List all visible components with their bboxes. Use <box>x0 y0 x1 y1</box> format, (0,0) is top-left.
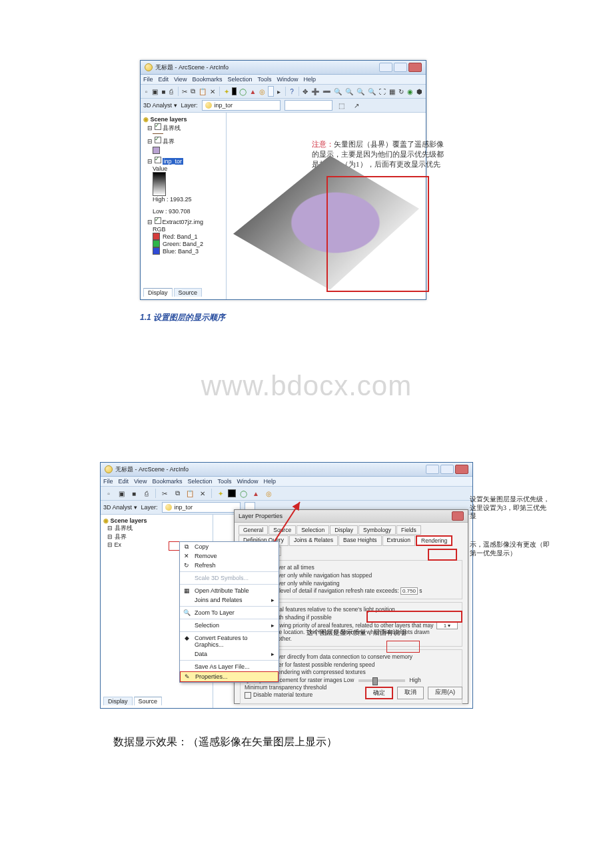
expand-icon[interactable]: ▸ <box>276 86 282 97</box>
tab-fields[interactable]: Fields <box>396 525 421 535</box>
refresh-rate-input[interactable]: 0.750 <box>400 587 418 595</box>
delete-icon[interactable]: ✕ <box>209 86 216 97</box>
color-swatch[interactable] <box>228 489 236 497</box>
menu-window[interactable]: Window <box>277 76 298 83</box>
menu-bookmarks[interactable]: Bookmarks <box>192 76 222 83</box>
ctx-open-attr[interactable]: ▦Open Attribute Table <box>180 586 279 595</box>
tab-display-2[interactable]: Display <box>103 697 133 705</box>
menu-tools[interactable]: Tools <box>217 478 231 485</box>
tab-extrusion[interactable]: Extrusion <box>382 535 415 546</box>
ctx-joins[interactable]: Joins and Relates▸ <box>180 595 279 605</box>
maximize-button[interactable] <box>394 63 407 72</box>
zoomin-icon[interactable]: ➕ <box>310 86 320 97</box>
zoom3-icon[interactable]: 🔍 <box>356 86 365 97</box>
tab-source[interactable]: Source <box>269 525 296 535</box>
ok-button[interactable]: 确定 <box>365 687 393 699</box>
toc-root-2[interactable]: ◉ Scene layers <box>103 517 210 524</box>
pan-icon[interactable]: ✥ <box>302 86 308 97</box>
menu-selection[interactable]: Selection <box>187 478 212 485</box>
new-icon[interactable]: ▫ <box>143 86 149 97</box>
zoom4-icon[interactable]: 🔍 <box>367 86 376 97</box>
tool-a-icon[interactable]: ⬚ <box>336 100 347 111</box>
print-icon[interactable]: ⎙ <box>169 86 175 97</box>
toc-layer-inp-tor[interactable]: ⊟ inp_tor <box>147 157 223 165</box>
ctx-zoom[interactable]: 🔍Zoom To Layer <box>180 608 279 617</box>
rotate-icon[interactable]: ↻ <box>398 86 404 97</box>
delete-icon[interactable]: ✕ <box>197 488 208 499</box>
cut-icon[interactable]: ✂ <box>159 488 170 499</box>
minimize-button[interactable] <box>379 63 392 72</box>
zoom2-icon[interactable]: 🔍 <box>344 86 354 97</box>
tab-joins[interactable]: Joins & Relates <box>289 535 338 546</box>
paste-icon[interactable]: 📋 <box>185 488 195 499</box>
menu-window[interactable]: Window <box>237 478 258 485</box>
grid-icon[interactable]: ▦ <box>388 86 396 97</box>
menu-bookmarks[interactable]: Bookmarks <box>152 478 182 485</box>
menu-help[interactable]: Help <box>303 76 316 83</box>
toc-layer-xj[interactable]: ⊟ 县界 <box>147 137 223 146</box>
help-icon[interactable]: ? <box>289 86 295 97</box>
new-icon[interactable]: ▫ <box>103 488 114 499</box>
fly-icon[interactable]: ▲ <box>251 488 261 499</box>
tab-source-2[interactable]: Source <box>134 697 163 705</box>
dialog-close-button[interactable] <box>452 511 464 521</box>
nav-icon[interactable]: ◯ <box>239 86 247 97</box>
tab-display[interactable]: Display <box>330 525 358 535</box>
menu-view[interactable]: View <box>134 478 147 485</box>
tab-selection[interactable]: Selection <box>297 525 329 535</box>
layer-select-2[interactable]: inp_tor <box>162 502 241 513</box>
cut-icon[interactable]: ✂ <box>181 86 188 97</box>
tab-general[interactable]: General <box>239 525 268 535</box>
add-data-icon[interactable]: ✦ <box>215 488 226 499</box>
toc-layer-xjx-2[interactable]: ⊟ 县界线 <box>107 524 210 533</box>
tab-rendering[interactable]: Rendering <box>416 535 452 546</box>
globe2-icon[interactable]: ◉ <box>406 86 414 97</box>
nav-icon[interactable]: ◯ <box>238 488 249 499</box>
menu-edit[interactable]: Edit <box>159 76 169 83</box>
ctx-saveas[interactable]: Save As Layer File... <box>180 662 279 671</box>
menu-help[interactable]: Help <box>263 478 276 485</box>
close-button[interactable] <box>455 465 468 474</box>
layer-select[interactable]: inp_tor <box>202 100 281 111</box>
combo-empty[interactable] <box>285 100 332 111</box>
menu-edit[interactable]: Edit <box>119 478 129 485</box>
ctx-data[interactable]: Data▸ <box>180 649 279 659</box>
analyst-dropdown[interactable]: 3D Analyst ▾ <box>103 504 137 511</box>
tab-display[interactable]: Display <box>143 288 173 297</box>
copy-icon[interactable]: ⧉ <box>190 86 196 97</box>
open-icon[interactable]: ▣ <box>116 488 127 499</box>
fly-icon[interactable]: ▲ <box>249 86 257 97</box>
close-button[interactable] <box>408 63 422 72</box>
paste-icon[interactable]: 📋 <box>198 86 207 97</box>
tab-baseheights[interactable]: Base Heights <box>338 535 382 546</box>
analyst-dropdown[interactable]: 3D Analyst ▾ <box>143 102 177 109</box>
ctx-convert[interactable]: ◆Convert Features to Graphics... <box>180 633 279 649</box>
box-icon[interactable] <box>268 86 274 97</box>
toc-layer-xjx[interactable]: ⊟ 县界线 <box>147 123 223 133</box>
add-data-icon[interactable]: ✦ <box>223 86 230 97</box>
toc-layer-extract[interactable]: ⊟ Extract07jz.img <box>147 217 223 225</box>
cancel-button[interactable]: 取消 <box>397 687 424 699</box>
target-icon[interactable]: ◎ <box>263 488 274 499</box>
ctx-copy[interactable]: ⧉Copy <box>180 542 279 551</box>
ctx-selection[interactable]: Selection▸ <box>180 621 279 630</box>
menu-file[interactable]: File <box>103 478 113 485</box>
maximize-button[interactable] <box>440 465 454 474</box>
ctx-remove[interactable]: ✕Remove <box>180 551 279 561</box>
print-icon[interactable]: ⎙ <box>141 488 152 499</box>
ctx-properties[interactable]: ✎Properties... <box>180 671 279 682</box>
menu-tools[interactable]: Tools <box>257 76 271 83</box>
menu-file[interactable]: File <box>143 76 153 83</box>
ctx-refresh[interactable]: ↻Refresh <box>180 561 279 570</box>
tab-symbology[interactable]: Symbology <box>358 525 396 535</box>
color-swatch[interactable] <box>232 87 237 95</box>
apply-button[interactable]: 应用(A) <box>428 687 462 699</box>
scene-view[interactable]: 注意：矢量图层（县界）覆盖了遥感影像的显示，主要是因为他们的显示优先级都是相同的… <box>227 113 426 299</box>
minimize-button[interactable] <box>426 465 439 474</box>
zoomout-icon[interactable]: ➖ <box>322 86 331 97</box>
open-icon[interactable]: ▣ <box>151 86 159 97</box>
toc-layer-xj-2[interactable]: ⊟ 县界 <box>107 533 210 541</box>
tool-b-icon[interactable]: ↗ <box>351 100 362 111</box>
target-icon[interactable]: ◎ <box>259 86 266 97</box>
save-icon[interactable]: ■ <box>129 488 139 499</box>
